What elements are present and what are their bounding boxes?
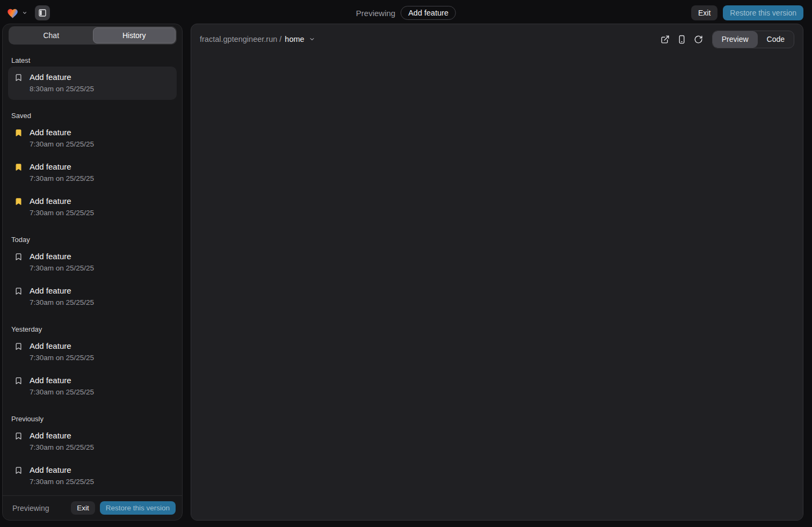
topbar: Previewing Add feature Exit Restore this…	[0, 0, 812, 26]
chat-history-tab-switcher: Chat History	[9, 26, 177, 45]
history-section: Today Add feature 7:30am on 25/25/25 Add…	[8, 236, 177, 313]
panel-left-icon	[38, 9, 47, 17]
topbar-right: Exit Restore this version	[691, 5, 803, 20]
section-items: Add feature 7:30am on 25/25/25 Add featu…	[8, 122, 177, 224]
topbar-left	[6, 5, 50, 20]
preview-url-prefix: fractal.gptengineer.run /	[200, 35, 281, 43]
preview-header-icons	[659, 33, 705, 45]
section-title: Yesterday	[11, 325, 173, 333]
bookmark-outline-icon	[15, 253, 23, 261]
refresh-icon	[694, 35, 703, 44]
history-item-title: Add feature	[30, 162, 173, 172]
history-section: Previously Add feature 7:30am on 25/25/2…	[8, 415, 177, 493]
external-link-icon	[661, 35, 670, 44]
history-item[interactable]: Add feature 7:30am on 25/25/25	[8, 335, 177, 369]
bookmark-outline-icon	[15, 287, 23, 295]
version-badge[interactable]: Add feature	[401, 6, 456, 20]
topbar-center: Previewing Add feature	[356, 6, 456, 20]
footer-previewing-label: Previewing	[12, 504, 49, 513]
preview-header: fractal.gptengineer.run / home	[191, 24, 803, 54]
preview-code-toggle: Preview Code	[712, 31, 794, 48]
preview-url-dropdown[interactable]: fractal.gptengineer.run / home	[200, 35, 315, 43]
bookmark-outline-icon	[15, 432, 23, 440]
history-item-time: 7:30am on 25/25/25	[30, 208, 173, 218]
section-items: Add feature 8:30am on 25/25/25	[8, 67, 177, 100]
history-item-time: 7:30am on 25/25/25	[30, 298, 173, 308]
history-item-time: 7:30am on 25/25/25	[30, 353, 173, 363]
tab-history[interactable]: History	[93, 27, 176, 43]
history-item[interactable]: Add feature 7:30am on 25/25/25	[8, 156, 177, 189]
history-item-title: Add feature	[30, 341, 173, 352]
footer-restore-version-button[interactable]: Restore this version	[100, 501, 176, 515]
section-items: Add feature 7:30am on 25/25/25 Add featu…	[8, 335, 177, 403]
history-item-title: Add feature	[30, 251, 173, 262]
section-items: Add feature 7:30am on 25/25/25 Add featu…	[8, 246, 177, 313]
history-item-time: 7:30am on 25/25/25	[30, 443, 173, 452]
history-item[interactable]: Add feature 7:30am on 25/25/25	[8, 246, 177, 279]
previewing-label: Previewing	[356, 9, 395, 18]
refresh-button[interactable]	[693, 33, 705, 45]
history-item-time: 7:30am on 25/25/25	[30, 387, 173, 397]
history-item-title: Add feature	[30, 286, 173, 296]
bookmark-outline-icon	[15, 377, 23, 385]
history-item-time: 7:30am on 25/25/25	[30, 174, 173, 184]
history-item-time: 7:30am on 25/25/25	[30, 140, 173, 149]
history-item-time: 8:30am on 25/25/25	[30, 84, 173, 94]
history-item-time: 7:30am on 25/25/25	[30, 477, 173, 487]
restore-version-button[interactable]: Restore this version	[723, 5, 803, 20]
history-item-title: Add feature	[30, 196, 173, 207]
mobile-view-button[interactable]	[676, 33, 688, 45]
history-item-title: Add feature	[30, 430, 173, 441]
logo-chevron-down-icon[interactable]	[22, 10, 27, 16]
history-item-time: 7:30am on 25/25/25	[30, 264, 173, 273]
history-item[interactable]: Add feature 7:30am on 25/25/25	[8, 370, 177, 403]
open-in-new-tab-button[interactable]	[659, 33, 671, 45]
exit-button[interactable]: Exit	[691, 5, 717, 20]
history-item-title: Add feature	[30, 375, 173, 386]
bookmark-filled-icon	[15, 129, 23, 137]
history-item[interactable]: Add feature 7:30am on 25/25/25	[8, 191, 177, 224]
content-area: Chat History Latest Add feature 8:30am o…	[0, 24, 812, 521]
section-title: Saved	[11, 112, 173, 120]
lovable-heart-logo-icon[interactable]	[6, 8, 19, 19]
section-title: Today	[11, 236, 173, 244]
history-item-title: Add feature	[30, 465, 173, 475]
history-sidebar: Chat History Latest Add feature 8:30am o…	[2, 24, 183, 521]
history-item[interactable]: Add feature 7:30am on 25/25/25	[8, 425, 177, 458]
history-item[interactable]: Add feature 7:30am on 25/25/25	[8, 459, 177, 493]
preview-panel: fractal.gptengineer.run / home	[191, 24, 803, 521]
bookmark-outline-icon	[15, 342, 23, 350]
history-item[interactable]: Add feature 7:30am on 25/25/25	[8, 280, 177, 313]
preview-url-page: home	[285, 35, 304, 43]
tab-chat[interactable]: Chat	[10, 27, 93, 43]
section-title: Latest	[11, 56, 173, 64]
bookmark-outline-icon	[15, 74, 23, 82]
history-item-title: Add feature	[30, 127, 173, 138]
history-item-title: Add feature	[30, 72, 173, 83]
sidebar-footer: Previewing Exit Restore this version	[3, 495, 182, 520]
footer-exit-button[interactable]: Exit	[71, 501, 95, 515]
sidebar-toggle-button[interactable]	[35, 5, 50, 20]
smartphone-icon	[677, 35, 686, 44]
history-section: Saved Add feature 7:30am on 25/25/25 Add…	[8, 112, 177, 224]
history-section: Yesterday Add feature 7:30am on 25/25/25…	[8, 325, 177, 403]
bookmark-outline-icon	[15, 466, 23, 474]
section-items: Add feature 7:30am on 25/25/25 Add featu…	[8, 425, 177, 493]
bookmark-filled-icon	[15, 163, 23, 171]
toggle-code[interactable]: Code	[758, 31, 794, 48]
preview-content[interactable]	[191, 54, 803, 520]
url-chevron-down-icon	[309, 36, 315, 42]
toggle-preview[interactable]: Preview	[713, 31, 758, 48]
history-list[interactable]: Latest Add feature 8:30am on 25/25/25 Sa…	[3, 45, 182, 495]
section-title: Previously	[11, 415, 173, 423]
history-section: Latest Add feature 8:30am on 25/25/25	[8, 56, 177, 100]
history-item[interactable]: Add feature 7:30am on 25/25/25	[8, 122, 177, 155]
bookmark-filled-icon	[15, 197, 23, 206]
history-item[interactable]: Add feature 8:30am on 25/25/25	[8, 67, 177, 100]
